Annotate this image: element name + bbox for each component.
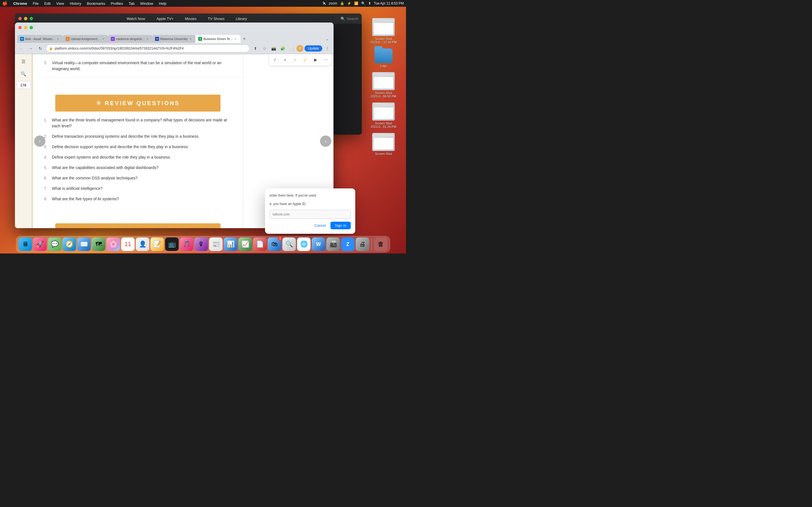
prev-page-button[interactable]: ‹ bbox=[34, 135, 45, 147]
dock-trash[interactable]: 🗑 bbox=[374, 237, 388, 251]
forward-button[interactable]: → bbox=[27, 45, 35, 52]
dock-scanner[interactable]: 📠 bbox=[326, 237, 340, 251]
dock-podcasts[interactable]: 🎙 bbox=[195, 237, 208, 251]
page-number-input[interactable] bbox=[16, 81, 31, 89]
screenshot-button[interactable]: 📸 bbox=[269, 45, 277, 52]
dock-notes[interactable]: 📝 bbox=[151, 237, 164, 251]
nav-watch-now[interactable]: Watch Now bbox=[126, 17, 145, 21]
refresh-button[interactable]: ↻ bbox=[36, 45, 44, 52]
dock-numbers[interactable]: 📈 bbox=[239, 237, 252, 251]
tab-close-slingshot[interactable]: × bbox=[146, 37, 149, 41]
menu-tab[interactable]: Tab bbox=[128, 1, 136, 6]
dock-news[interactable]: 📰 bbox=[209, 237, 223, 251]
menu-button[interactable]: ☰ bbox=[18, 56, 29, 66]
apple-menu[interactable]: 🍎 bbox=[2, 1, 8, 6]
screenshot-thumb-1 bbox=[372, 18, 395, 36]
chrome-menu-button[interactable]: ⋮ bbox=[323, 45, 331, 52]
dock-photos[interactable]: 🌸 bbox=[107, 237, 120, 251]
bookmark-button[interactable]: ☆ bbox=[260, 45, 268, 52]
dock-messages[interactable]: 💬 bbox=[48, 237, 61, 251]
q2-text: Define transaction processing systems an… bbox=[52, 133, 200, 139]
annotate-button[interactable]: 🖊 bbox=[301, 55, 310, 64]
zoom-out-button[interactable]: − bbox=[291, 55, 300, 64]
tab-close-mail[interactable]: × bbox=[56, 37, 60, 41]
nav-library[interactable]: Library bbox=[236, 17, 247, 21]
screenshot-2[interactable]: Screen Shot2023-0...00.50 PM bbox=[371, 72, 396, 98]
dock-music[interactable]: 🎵 bbox=[180, 237, 193, 251]
more-options-button[interactable]: ⋯ bbox=[321, 55, 330, 64]
control-center-icon[interactable]: ⬆ bbox=[368, 1, 371, 5]
browser-maximize-button[interactable] bbox=[30, 26, 33, 29]
screenshot-1[interactable]: Screen Shot2023-0....17.09 PM bbox=[370, 18, 397, 44]
close-button[interactable] bbox=[18, 17, 22, 20]
screenshot-3[interactable]: Screen Shot2023-0...01.29 PM bbox=[371, 103, 396, 128]
play-button[interactable]: ▶ bbox=[311, 55, 320, 64]
tab-upload[interactable]: U Upload Assignment... × bbox=[63, 35, 108, 43]
menu-help[interactable]: Help bbox=[158, 1, 168, 6]
tab-close-madonna[interactable]: × bbox=[189, 37, 193, 41]
dock-safari[interactable]: 🧭 bbox=[63, 237, 76, 251]
menu-view[interactable]: View bbox=[55, 1, 65, 6]
cancel-button[interactable]: Cancel bbox=[312, 222, 328, 229]
tab-close-upload[interactable]: × bbox=[101, 37, 105, 41]
dock-chrome[interactable]: 🌐 bbox=[297, 237, 311, 251]
tab-close-business[interactable]: × bbox=[234, 37, 238, 41]
share-button[interactable]: ⬆ bbox=[252, 45, 259, 52]
zoom-in-button[interactable]: + bbox=[281, 55, 290, 64]
menu-edit[interactable]: Edit bbox=[43, 1, 52, 6]
dock-printer[interactable]: 🖨 bbox=[356, 237, 369, 251]
menu-window[interactable]: Window bbox=[139, 1, 154, 6]
dock-mail[interactable]: ✉️ bbox=[77, 237, 91, 251]
profile-button[interactable]: P bbox=[297, 45, 303, 52]
q7-num: 7. bbox=[44, 186, 50, 191]
dock-tv[interactable]: 📺 bbox=[165, 237, 179, 251]
dock-keynote[interactable]: 📊 bbox=[224, 237, 238, 251]
next-page-button[interactable]: › bbox=[320, 135, 331, 147]
question-1: 1. What are the three levels of manageme… bbox=[44, 117, 232, 129]
nav-tv-shows[interactable]: TV Shows bbox=[208, 17, 224, 21]
dock-appstore[interactable]: 🛍 1 bbox=[268, 237, 282, 251]
menu-profiles[interactable]: Profiles bbox=[110, 1, 124, 6]
dock-magnifier[interactable]: 🔍 bbox=[283, 237, 296, 251]
extensions-button[interactable]: 🧩 bbox=[278, 45, 287, 52]
nav-appletv-plus[interactable]: Apple TV+ bbox=[156, 17, 174, 21]
browser-minimize-button[interactable] bbox=[24, 26, 28, 29]
address-bar[interactable]: 🔒 platform.virdocs.com/r/s/0/doc/597033/… bbox=[46, 45, 250, 52]
maximize-button[interactable] bbox=[30, 17, 33, 20]
dock-zoom[interactable]: Z bbox=[341, 237, 355, 251]
logs-folder[interactable]: Logs bbox=[374, 48, 393, 68]
fullscreen-button[interactable]: ⤢ bbox=[270, 55, 280, 64]
tab-title-upload: Upload Assignment... bbox=[71, 37, 100, 41]
dock-finder[interactable]: 🖥 bbox=[18, 237, 32, 251]
tab-slingshot[interactable]: m madonna slingshot... × bbox=[108, 35, 153, 43]
browser-close-button[interactable] bbox=[18, 26, 22, 29]
menu-history[interactable]: History bbox=[68, 1, 82, 6]
tab-business-driven[interactable]: B Business Driven Te... × bbox=[195, 35, 240, 43]
minimize-button[interactable] bbox=[24, 17, 28, 20]
app-name[interactable]: Chrome bbox=[12, 1, 28, 6]
menu-bookmarks[interactable]: Bookmarks bbox=[86, 1, 106, 6]
signin-button[interactable]: Sign In bbox=[331, 222, 351, 229]
dock-maps[interactable]: 🗺 bbox=[92, 237, 105, 251]
nav-movies[interactable]: Movies bbox=[185, 17, 197, 21]
login-email-input[interactable] bbox=[269, 210, 351, 219]
tab-mail[interactable]: M Mail - Assaf, Wisam... × bbox=[17, 35, 63, 43]
screenshot-4[interactable]: Screen Shot bbox=[372, 133, 395, 156]
dock-contacts[interactable]: 👤 bbox=[136, 237, 149, 251]
dock-word[interactable]: W bbox=[312, 237, 325, 251]
wifi-icon: 📶 bbox=[354, 1, 358, 5]
dock-pages[interactable]: 📄 bbox=[253, 237, 267, 251]
dock-calendar[interactable]: 11 bbox=[121, 237, 135, 251]
tab-madonna-university[interactable]: M Madonna University × bbox=[152, 35, 195, 43]
dock-launchpad[interactable]: 🚀 bbox=[33, 237, 47, 251]
menu-file[interactable]: File bbox=[32, 1, 40, 6]
tab-menu-button[interactable]: ⌄ bbox=[323, 35, 331, 43]
new-tab-button[interactable]: + bbox=[241, 35, 248, 43]
back-button[interactable]: ← bbox=[17, 45, 25, 52]
update-button[interactable]: Update bbox=[305, 45, 322, 52]
appletv-search[interactable]: 🔍 Watch Now Search bbox=[341, 17, 358, 21]
q5-num: 5. bbox=[44, 165, 50, 171]
split-view-button[interactable]: ⬜ bbox=[288, 45, 296, 52]
spotlight-icon[interactable]: 🔍 bbox=[361, 1, 365, 5]
search-doc-button[interactable]: 🔍 bbox=[18, 69, 29, 79]
